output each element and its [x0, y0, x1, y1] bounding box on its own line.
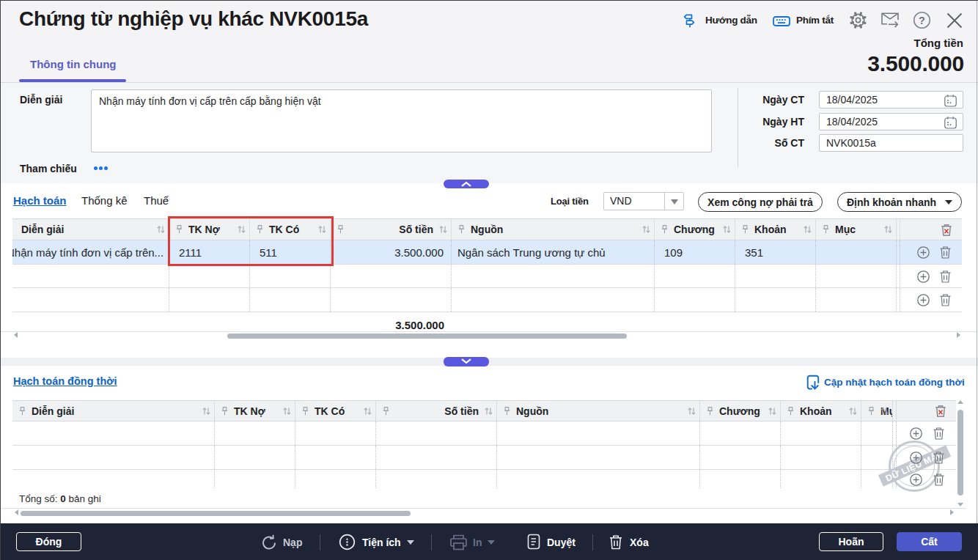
svg-text:?: ?	[919, 15, 925, 26]
